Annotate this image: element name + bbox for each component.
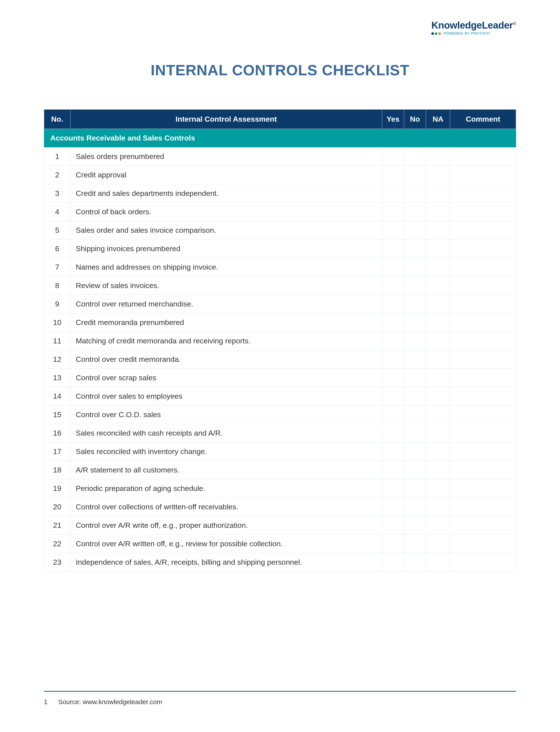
cell-na[interactable] <box>426 295 450 313</box>
cell-yes[interactable] <box>382 295 404 313</box>
cell-comment[interactable] <box>450 516 516 535</box>
table-row: 12Control over credit memoranda. <box>44 350 516 368</box>
cell-no[interactable] <box>404 516 426 535</box>
cell-comment[interactable] <box>450 498 516 516</box>
cell-na[interactable] <box>426 350 450 368</box>
cell-no[interactable] <box>404 535 426 553</box>
cell-yes[interactable] <box>382 405 404 424</box>
cell-no[interactable] <box>404 277 426 295</box>
cell-comment[interactable] <box>450 203 516 221</box>
table-row: 11Matching of credit memoranda and recei… <box>44 332 516 350</box>
cell-comment[interactable] <box>450 332 516 350</box>
cell-yes[interactable] <box>382 203 404 221</box>
cell-comment[interactable] <box>450 147 516 166</box>
cell-no[interactable] <box>404 184 426 203</box>
cell-no[interactable] <box>404 350 426 368</box>
cell-yes[interactable] <box>382 461 404 479</box>
cell-yes[interactable] <box>382 424 404 442</box>
cell-comment[interactable] <box>450 442 516 461</box>
cell-na[interactable] <box>426 405 450 424</box>
cell-no[interactable] <box>404 405 426 424</box>
cell-no[interactable] <box>404 295 426 313</box>
cell-comment[interactable] <box>450 461 516 479</box>
cell-na[interactable] <box>426 184 450 203</box>
cell-comment[interactable] <box>450 240 516 258</box>
cell-yes[interactable] <box>382 498 404 516</box>
cell-na[interactable] <box>426 166 450 184</box>
cell-comment[interactable] <box>450 258 516 277</box>
cell-no[interactable] <box>404 147 426 166</box>
cell-comment[interactable] <box>450 350 516 368</box>
cell-no[interactable] <box>404 221 426 240</box>
cell-no[interactable] <box>404 166 426 184</box>
cell-yes[interactable] <box>382 553 404 571</box>
cell-na[interactable] <box>426 240 450 258</box>
cell-comment[interactable] <box>450 313 516 332</box>
cell-comment[interactable] <box>450 368 516 387</box>
cell-na[interactable] <box>426 461 450 479</box>
cell-yes[interactable] <box>382 258 404 277</box>
cell-comment[interactable] <box>450 424 516 442</box>
cell-na[interactable] <box>426 147 450 166</box>
cell-no[interactable] <box>404 387 426 405</box>
cell-no[interactable] <box>404 479 426 498</box>
cell-comment[interactable] <box>450 221 516 240</box>
cell-yes[interactable] <box>382 516 404 535</box>
cell-no[interactable] <box>404 258 426 277</box>
table-row: 19Periodic preparation of aging schedule… <box>44 479 516 498</box>
cell-na[interactable] <box>426 203 450 221</box>
row-number: 17 <box>44 442 70 461</box>
cell-no[interactable] <box>404 332 426 350</box>
cell-comment[interactable] <box>450 405 516 424</box>
cell-yes[interactable] <box>382 350 404 368</box>
cell-na[interactable] <box>426 368 450 387</box>
cell-yes[interactable] <box>382 277 404 295</box>
cell-no[interactable] <box>404 313 426 332</box>
cell-na[interactable] <box>426 221 450 240</box>
cell-comment[interactable] <box>450 277 516 295</box>
cell-na[interactable] <box>426 442 450 461</box>
cell-yes[interactable] <box>382 442 404 461</box>
cell-yes[interactable] <box>382 313 404 332</box>
cell-no[interactable] <box>404 203 426 221</box>
cell-comment[interactable] <box>450 535 516 553</box>
row-assessment: Review of sales invoices. <box>70 277 382 295</box>
cell-na[interactable] <box>426 332 450 350</box>
cell-no[interactable] <box>404 498 426 516</box>
cell-na[interactable] <box>426 479 450 498</box>
cell-na[interactable] <box>426 258 450 277</box>
cell-no[interactable] <box>404 553 426 571</box>
cell-comment[interactable] <box>450 184 516 203</box>
cell-comment[interactable] <box>450 387 516 405</box>
cell-na[interactable] <box>426 553 450 571</box>
cell-no[interactable] <box>404 368 426 387</box>
cell-na[interactable] <box>426 313 450 332</box>
cell-yes[interactable] <box>382 184 404 203</box>
cell-na[interactable] <box>426 387 450 405</box>
cell-yes[interactable] <box>382 387 404 405</box>
cell-no[interactable] <box>404 442 426 461</box>
cell-comment[interactable] <box>450 166 516 184</box>
cell-no[interactable] <box>404 424 426 442</box>
cell-yes[interactable] <box>382 332 404 350</box>
cell-yes[interactable] <box>382 221 404 240</box>
cell-yes[interactable] <box>382 240 404 258</box>
page-title: INTERNAL CONTROLS CHECKLIST <box>44 62 516 79</box>
cell-comment[interactable] <box>450 553 516 571</box>
cell-yes[interactable] <box>382 479 404 498</box>
cell-yes[interactable] <box>382 368 404 387</box>
cell-na[interactable] <box>426 424 450 442</box>
cell-na[interactable] <box>426 498 450 516</box>
cell-comment[interactable] <box>450 295 516 313</box>
cell-no[interactable] <box>404 240 426 258</box>
table-row: 3Credit and sales departments independen… <box>44 184 516 203</box>
cell-comment[interactable] <box>450 479 516 498</box>
cell-na[interactable] <box>426 516 450 535</box>
cell-no[interactable] <box>404 461 426 479</box>
cell-na[interactable] <box>426 277 450 295</box>
row-assessment: Shipping invoices prenumbered <box>70 240 382 258</box>
cell-na[interactable] <box>426 535 450 553</box>
cell-yes[interactable] <box>382 147 404 166</box>
cell-yes[interactable] <box>382 166 404 184</box>
cell-yes[interactable] <box>382 535 404 553</box>
